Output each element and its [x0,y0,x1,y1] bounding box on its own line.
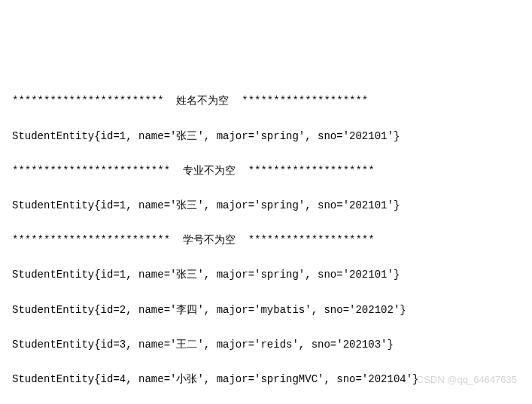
console-line: StudentEntity{id=4, name='小张', major='sp… [12,371,520,388]
console-line: ************************ 姓名不为空 *********… [12,93,520,110]
console-line: StudentEntity{id=3, name='王二', major='re… [12,336,520,354]
console-line: ************************* 专业不为空 ********… [12,163,520,180]
console-line: StudentEntity{id=1, name='张三', major='sp… [12,197,520,214]
console-output: ************************ 姓名不为空 *********… [12,75,520,404]
console-line: StudentEntity{id=2, name='李四', major='my… [12,302,520,319]
console-line: StudentEntity{id=1, name='张三', major='sp… [12,266,520,284]
console-line: StudentEntity{id=1, name='张三', major='sp… [12,128,520,145]
console-line: ************************* 学号不为空 ********… [12,232,520,249]
